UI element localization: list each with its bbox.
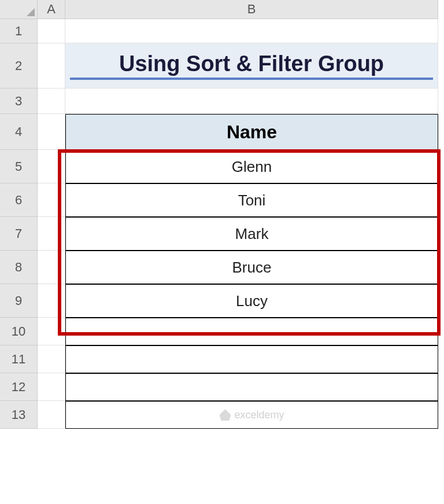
row-label: 12 bbox=[12, 380, 25, 395]
watermark-text: exceldemy bbox=[234, 409, 284, 421]
cell[interactable] bbox=[65, 19, 438, 43]
row-header[interactable]: 10 bbox=[0, 318, 38, 345]
col-label: A bbox=[47, 2, 56, 17]
cell[interactable] bbox=[38, 345, 65, 373]
table-data-cell[interactable]: Bruce bbox=[65, 251, 438, 284]
row-header[interactable]: 6 bbox=[0, 183, 38, 217]
cell[interactable] bbox=[38, 114, 65, 150]
table-data-cell[interactable]: Lucy bbox=[65, 284, 438, 318]
cell[interactable] bbox=[38, 89, 65, 114]
row-label: 1 bbox=[15, 24, 22, 39]
watermark-logo-icon bbox=[219, 409, 231, 421]
row-header[interactable]: 1 bbox=[0, 19, 38, 43]
row-label: 2 bbox=[15, 58, 22, 73]
row-label: 5 bbox=[15, 159, 22, 174]
cell-value: Toni bbox=[238, 192, 266, 209]
col-header-a[interactable]: A bbox=[38, 0, 65, 19]
table-empty-cell[interactable] bbox=[65, 318, 438, 345]
select-all-corner[interactable] bbox=[0, 0, 38, 19]
table-header-text: Name bbox=[227, 122, 277, 143]
row-header[interactable]: 7 bbox=[0, 217, 38, 251]
row-label: 8 bbox=[15, 260, 22, 275]
row-label: 3 bbox=[15, 94, 22, 109]
row-header[interactable]: 8 bbox=[0, 251, 38, 284]
cell[interactable] bbox=[38, 251, 65, 284]
row-header[interactable]: 4 bbox=[0, 114, 38, 150]
col-label: B bbox=[247, 2, 256, 17]
table-empty-cell[interactable] bbox=[65, 373, 438, 401]
row-header[interactable]: 11 bbox=[0, 345, 38, 373]
row-header[interactable]: 5 bbox=[0, 150, 38, 183]
row-headers: 1 2 3 4 5 6 7 8 9 10 11 12 13 bbox=[0, 19, 38, 429]
cell[interactable] bbox=[38, 19, 65, 43]
title-text: Using Sort & Filter Group bbox=[70, 51, 433, 80]
cell[interactable] bbox=[38, 183, 65, 217]
row-label: 9 bbox=[15, 293, 22, 308]
col-header-b[interactable]: B bbox=[65, 0, 438, 19]
row-header[interactable]: 3 bbox=[0, 89, 38, 114]
cell[interactable] bbox=[65, 89, 438, 114]
row-label: 4 bbox=[15, 124, 22, 139]
row-label: 6 bbox=[15, 193, 22, 208]
cell[interactable] bbox=[38, 43, 65, 89]
cell-value: Mark bbox=[235, 225, 269, 243]
row-header[interactable]: 9 bbox=[0, 284, 38, 318]
table-data-cell[interactable]: Mark bbox=[65, 217, 438, 251]
row-header[interactable]: 2 bbox=[0, 43, 38, 89]
cell-value: Bruce bbox=[232, 259, 272, 277]
cell-value: Glenn bbox=[232, 158, 272, 176]
row-label: 7 bbox=[15, 226, 22, 241]
cell[interactable] bbox=[38, 217, 65, 251]
row-header[interactable]: 12 bbox=[0, 373, 38, 401]
row-header[interactable]: 13 bbox=[0, 401, 38, 429]
cell-value: Lucy bbox=[236, 292, 268, 310]
table-data-cell[interactable]: Glenn bbox=[65, 150, 438, 183]
cell[interactable] bbox=[38, 401, 65, 429]
row-label: 10 bbox=[12, 324, 25, 339]
title-cell[interactable]: Using Sort & Filter Group bbox=[65, 43, 438, 89]
row-label: 13 bbox=[12, 407, 25, 422]
table-empty-cell[interactable]: exceldemy bbox=[65, 401, 438, 429]
cell[interactable] bbox=[38, 373, 65, 401]
row-label: 11 bbox=[12, 352, 25, 367]
cell-grid: Using Sort & Filter Group Name Glenn Ton… bbox=[38, 19, 438, 429]
column-headers: A B bbox=[38, 0, 444, 19]
cell[interactable] bbox=[38, 150, 65, 183]
watermark: exceldemy bbox=[219, 409, 284, 421]
table-header-cell[interactable]: Name bbox=[65, 114, 438, 150]
cell[interactable] bbox=[38, 284, 65, 318]
table-empty-cell[interactable] bbox=[65, 345, 438, 373]
table-data-cell[interactable]: Toni bbox=[65, 183, 438, 217]
cell[interactable] bbox=[38, 318, 65, 345]
